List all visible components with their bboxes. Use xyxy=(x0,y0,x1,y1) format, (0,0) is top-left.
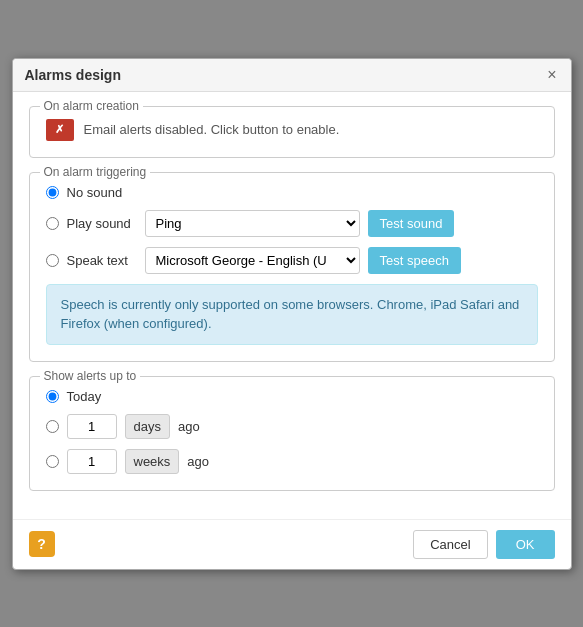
dialog-body: On alarm creation ✗ Email alerts disable… xyxy=(13,92,571,519)
email-row: ✗ Email alerts disabled. Click button to… xyxy=(46,119,538,141)
ok-button[interactable]: OK xyxy=(496,530,555,559)
speech-info-text: Speech is currently only supported on so… xyxy=(61,297,520,332)
alarms-design-dialog: Alarms design × On alarm creation ✗ Emai… xyxy=(12,58,572,570)
speak-text-label: Speak text xyxy=(67,253,137,268)
on-alarm-creation-label: On alarm creation xyxy=(40,99,143,113)
days-row: days ago xyxy=(46,414,538,439)
days-input[interactable] xyxy=(67,414,117,439)
email-disabled-icon: ✗ xyxy=(46,119,74,141)
on-alarm-triggering-label: On alarm triggering xyxy=(40,165,151,179)
footer-buttons: Cancel OK xyxy=(413,530,554,559)
play-sound-row: Play sound Ping Test sound xyxy=(46,210,538,237)
play-sound-radio[interactable] xyxy=(46,217,59,230)
no-sound-radio[interactable] xyxy=(46,186,59,199)
cancel-button[interactable]: Cancel xyxy=(413,530,487,559)
weeks-unit-label: weeks xyxy=(125,449,180,474)
test-speech-button[interactable]: Test speech xyxy=(368,247,461,274)
close-button[interactable]: × xyxy=(545,67,558,83)
speech-select[interactable]: Microsoft George - English (U xyxy=(145,247,360,274)
dialog-header: Alarms design × xyxy=(13,59,571,92)
dialog-title: Alarms design xyxy=(25,67,121,83)
test-sound-button[interactable]: Test sound xyxy=(368,210,455,237)
no-sound-row: No sound xyxy=(46,185,538,200)
play-sound-label: Play sound xyxy=(67,216,137,231)
days-ago-label: ago xyxy=(178,419,200,434)
on-alarm-creation-section: On alarm creation ✗ Email alerts disable… xyxy=(29,106,555,158)
show-alerts-section: Show alerts up to Today days ago weeks a… xyxy=(29,376,555,491)
today-row: Today xyxy=(46,389,538,404)
no-sound-label: No sound xyxy=(67,185,137,200)
days-radio[interactable] xyxy=(46,420,59,433)
weeks-radio[interactable] xyxy=(46,455,59,468)
weeks-row: weeks ago xyxy=(46,449,538,474)
weeks-ago-label: ago xyxy=(187,454,209,469)
sound-select[interactable]: Ping xyxy=(145,210,360,237)
today-radio[interactable] xyxy=(46,390,59,403)
email-status-text: Email alerts disabled. Click button to e… xyxy=(84,122,340,137)
help-button[interactable]: ? xyxy=(29,531,55,557)
speech-info-box: Speech is currently only supported on so… xyxy=(46,284,538,345)
days-unit-label: days xyxy=(125,414,170,439)
today-label: Today xyxy=(67,389,102,404)
speak-text-radio[interactable] xyxy=(46,254,59,267)
dialog-footer: ? Cancel OK xyxy=(13,519,571,569)
on-alarm-triggering-section: On alarm triggering No sound Play sound … xyxy=(29,172,555,362)
weeks-input[interactable] xyxy=(67,449,117,474)
show-alerts-label: Show alerts up to xyxy=(40,369,141,383)
speak-text-row: Speak text Microsoft George - English (U… xyxy=(46,247,538,274)
